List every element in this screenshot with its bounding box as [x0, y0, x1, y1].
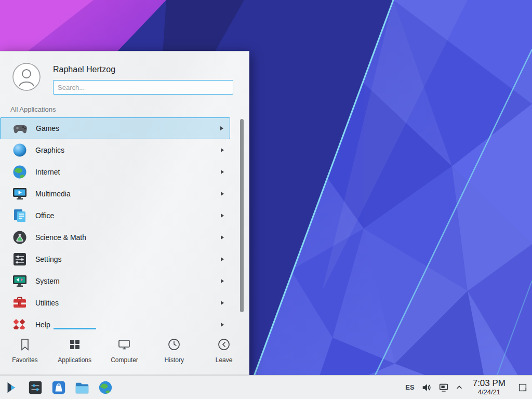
clock-time: 7:03 PM — [473, 378, 506, 389]
chevron-right-icon — [221, 235, 224, 240]
category-label: Games — [36, 124, 213, 132]
show-desktop-button[interactable] — [515, 376, 530, 399]
category-row-utilities[interactable]: Utilities — [0, 292, 230, 314]
gamepad-icon — [12, 120, 29, 137]
launcher-header: Raphael Hertzog — [0, 51, 249, 97]
search-input[interactable] — [53, 80, 233, 95]
bookmark-icon — [18, 337, 32, 352]
category-label: Multimedia — [35, 190, 214, 198]
chevron-right-icon — [221, 279, 224, 283]
expand-tray-icon[interactable] — [456, 384, 463, 391]
volume-icon[interactable] — [421, 382, 432, 393]
kickoff-icon[interactable] — [4, 380, 20, 395]
tab-history[interactable]: History — [149, 328, 199, 375]
section-label-all-applications: All Applications — [0, 97, 249, 117]
chevron-right-icon — [221, 192, 224, 196]
system-tray: ES 7:03 PM 4/24/21 — [405, 376, 530, 399]
digital-clock[interactable]: 7:03 PM 4/24/21 — [473, 378, 506, 396]
tab-favorites[interactable]: Favorites — [0, 328, 50, 375]
keyboard-layout-indicator[interactable]: ES — [405, 383, 414, 391]
app-grid-icon — [68, 337, 82, 352]
tab-label: History — [165, 356, 184, 364]
sliders-icon — [11, 251, 28, 268]
category-row-games[interactable]: Games — [0, 117, 230, 139]
chevron-right-icon — [220, 126, 223, 130]
application-launcher-menu: Raphael Hertzog All Applications Games — [0, 51, 249, 375]
tab-applications[interactable]: Applications — [50, 328, 100, 375]
tab-computer[interactable]: Computer — [100, 328, 150, 375]
category-label: Utilities — [35, 299, 214, 307]
category-label: Settings — [35, 255, 214, 263]
tab-label: Leave — [216, 356, 233, 364]
category-row-multimedia[interactable]: Multimedia — [0, 183, 230, 205]
user-name: Raphael Hertzog — [53, 65, 233, 74]
category-row-internet[interactable]: Internet — [0, 161, 230, 183]
taskbar-panel: ES 7:03 PM 4/24/21 — [0, 375, 532, 399]
chevron-right-icon — [221, 214, 224, 218]
network-icon[interactable] — [438, 382, 449, 393]
browser-globe-icon[interactable] — [98, 380, 113, 395]
tab-label: Favorites — [12, 356, 37, 364]
header-right: Raphael Hertzog — [53, 63, 233, 95]
computer-icon — [117, 337, 131, 352]
category-row-graphics[interactable]: Graphics — [0, 139, 230, 161]
documents-icon — [11, 207, 28, 224]
user-avatar[interactable] — [12, 63, 41, 91]
clock-date: 4/24/21 — [473, 389, 506, 396]
category-row-office[interactable]: Office — [0, 205, 230, 227]
leave-icon — [217, 337, 231, 352]
tab-leave[interactable]: Leave — [199, 328, 249, 375]
system-monitor-icon — [11, 273, 28, 289]
category-row-system[interactable]: System — [0, 270, 230, 292]
monitor-play-icon — [11, 185, 28, 202]
flask-icon — [11, 229, 28, 246]
chevron-right-icon — [221, 301, 224, 305]
launcher-tab-bar: Favorites Applications Comp — [0, 328, 249, 375]
chevron-right-icon — [221, 148, 224, 152]
discover-bag-icon[interactable] — [51, 380, 66, 395]
category-label: Office — [35, 211, 214, 220]
globe-icon — [11, 164, 28, 180]
category-row-help[interactable]: Help — [0, 314, 230, 329]
sphere-icon — [11, 142, 28, 158]
folder-icon[interactable] — [74, 380, 90, 395]
chevron-right-icon — [221, 323, 224, 327]
chevron-right-icon — [221, 170, 224, 174]
tab-label: Computer — [111, 356, 138, 364]
category-label: System — [35, 277, 214, 285]
mixer-icon[interactable] — [28, 380, 43, 395]
chevron-right-icon — [221, 257, 224, 261]
category-label: Science & Math — [35, 233, 214, 242]
category-label: Graphics — [35, 146, 214, 154]
category-label: Internet — [35, 168, 214, 176]
tab-label: Applications — [58, 356, 91, 364]
category-row-science-math[interactable]: Science & Math — [0, 227, 230, 248]
list-scrollbar[interactable] — [240, 119, 244, 312]
category-list: Games Graphics — [0, 117, 249, 329]
panel-launchers — [4, 380, 113, 395]
clock-icon — [167, 337, 181, 352]
category-row-settings[interactable]: Settings — [0, 248, 230, 270]
toolbox-icon — [11, 295, 28, 311]
